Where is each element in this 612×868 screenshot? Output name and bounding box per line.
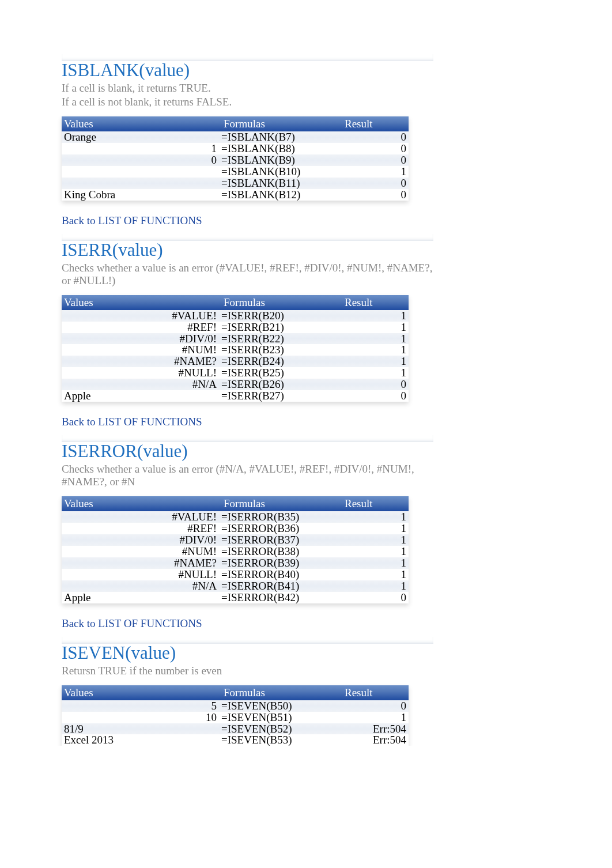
table-row: 0=ISBLANK(B9)0: [62, 154, 409, 166]
cell-formula: =ISEVEN(B51): [219, 712, 341, 723]
cell-formula: =ISERR(B20): [219, 310, 341, 322]
back-to-functions-link[interactable]: Back to LIST OF FUNCTIONS: [62, 214, 433, 227]
cell-result: 1: [341, 356, 409, 367]
cell-result: 1: [341, 523, 409, 534]
cell-value: #VALUE!: [62, 511, 219, 523]
cell-result: 0: [341, 390, 409, 402]
cell-formula: =ISERR(B21): [219, 322, 341, 333]
cell-formula: =ISERR(B25): [219, 367, 341, 379]
cell-value: 1: [62, 143, 219, 154]
table-row: #VALUE!=ISERR(B20)1: [62, 310, 409, 322]
cell-result: Err:504: [341, 734, 409, 746]
cell-value: #DIV/0!: [62, 534, 219, 546]
cell-value: #NULL!: [62, 569, 219, 580]
cell-formula: =ISBLANK(B7): [219, 131, 341, 143]
cell-result: 1: [341, 712, 409, 723]
table-row: #VALUE!=ISERROR(B35)1: [62, 511, 409, 523]
function-description: Checks whether a value is an error (#N/A…: [62, 463, 433, 488]
cell-value: #NUM!: [62, 344, 219, 356]
cell-result: 0: [341, 189, 409, 201]
table-row: #NUM!=ISERROR(B38)1: [62, 546, 409, 557]
table-row: #DIV/0!=ISERR(B22)1: [62, 333, 409, 345]
cell-result: 1: [341, 166, 409, 178]
cell-result: 0: [341, 131, 409, 143]
cell-formula: =ISERROR(B42): [219, 592, 341, 603]
cell-formula: =ISEVEN(B52): [219, 723, 341, 735]
cell-result: 1: [341, 333, 409, 345]
function-section: ISEVEN(value)Retursn TRUE if the number …: [62, 640, 433, 746]
cell-value: 5: [62, 700, 219, 712]
function-description: If a cell is not blank, it returns FALSE…: [62, 96, 433, 108]
column-header-values: Values: [62, 685, 219, 700]
column-header-formulas: Formulas: [219, 496, 341, 511]
function-title: ISBLANK(value): [62, 58, 433, 81]
cell-formula: =ISERROR(B35): [219, 511, 341, 523]
cell-value: 81/9: [62, 723, 219, 735]
column-header-formulas: Formulas: [219, 116, 341, 131]
cell-result: Err:504: [341, 723, 409, 735]
cell-formula: =ISERR(B23): [219, 344, 341, 356]
cell-formula: =ISERROR(B40): [219, 569, 341, 580]
cell-value: #NULL!: [62, 367, 219, 379]
cell-value: [62, 166, 219, 178]
function-description: Checks whether a value is an error (#VAL…: [62, 262, 433, 287]
function-description: Retursn TRUE if the number is even: [62, 665, 433, 677]
cell-formula: =ISBLANK(B12): [219, 189, 341, 201]
cell-value: 0: [62, 154, 219, 166]
function-section: ISERROR(value)Checks whether a value is …: [62, 439, 433, 630]
cell-result: 1: [341, 511, 409, 523]
cell-formula: =ISERR(B27): [219, 390, 341, 402]
table-row: Apple=ISERR(B27)0: [62, 390, 409, 402]
cell-value: 10: [62, 712, 219, 723]
column-header-result: Result: [341, 295, 409, 310]
cell-formula: =ISERROR(B38): [219, 546, 341, 557]
cell-formula: =ISEVEN(B53): [219, 734, 341, 746]
function-table: ValuesFormulasResultOrange=ISBLANK(B7)01…: [62, 116, 409, 201]
table-row: #NAME?=ISERR(B24)1: [62, 356, 409, 367]
cell-formula: =ISBLANK(B8): [219, 143, 341, 154]
table-row: 5=ISEVEN(B50)0: [62, 700, 409, 712]
cell-value: Apple: [62, 390, 219, 402]
cell-result: 1: [341, 344, 409, 356]
cell-formula: =ISBLANK(B9): [219, 154, 341, 166]
cell-value: #REF!: [62, 523, 219, 534]
cell-value: Orange: [62, 131, 219, 143]
function-title: ISERROR(value): [62, 439, 433, 462]
table-row: #N/A=ISERR(B26)0: [62, 379, 409, 390]
column-header-values: Values: [62, 496, 219, 511]
column-header-formulas: Formulas: [219, 685, 341, 700]
cell-value: #DIV/0!: [62, 333, 219, 345]
column-header-result: Result: [341, 116, 409, 131]
back-to-functions-link[interactable]: Back to LIST OF FUNCTIONS: [62, 617, 433, 630]
cell-value: #NUM!: [62, 546, 219, 557]
cell-result: 1: [341, 569, 409, 580]
function-section: ISBLANK(value)If a cell is blank, it ret…: [62, 58, 433, 227]
table-row: 10=ISEVEN(B51)1: [62, 712, 409, 723]
cell-result: 1: [341, 322, 409, 333]
column-header-result: Result: [341, 685, 409, 700]
cell-value: Apple: [62, 592, 219, 603]
table-row: #NULL!=ISERROR(B40)1: [62, 569, 409, 580]
cell-result: 1: [341, 546, 409, 557]
cell-result: 1: [341, 534, 409, 546]
function-table: ValuesFormulasResult#VALUE!=ISERROR(B35)…: [62, 496, 409, 603]
table-row: King Cobra=ISBLANK(B12)0: [62, 189, 409, 201]
table-row: #REF!=ISERR(B21)1: [62, 322, 409, 333]
table-row: Orange=ISBLANK(B7)0: [62, 131, 409, 143]
table-row: #NULL!=ISERR(B25)1: [62, 367, 409, 379]
cell-result: 0: [341, 379, 409, 390]
function-section: ISERR(value)Checks whether a value is an…: [62, 237, 433, 429]
cell-value: [62, 178, 219, 189]
cell-value: #VALUE!: [62, 310, 219, 322]
table-row: #REF!=ISERROR(B36)1: [62, 523, 409, 534]
back-to-functions-link[interactable]: Back to LIST OF FUNCTIONS: [62, 416, 433, 428]
cell-formula: =ISEVEN(B50): [219, 700, 341, 712]
table-row: #DIV/0!=ISERROR(B37)1: [62, 534, 409, 546]
function-title: ISEVEN(value): [62, 640, 433, 663]
table-row: #NUM!=ISERR(B23)1: [62, 344, 409, 356]
table-row: =ISBLANK(B10)1: [62, 166, 409, 178]
cell-formula: =ISBLANK(B11): [219, 178, 341, 189]
cell-formula: =ISBLANK(B10): [219, 166, 341, 178]
cell-formula: =ISERROR(B37): [219, 534, 341, 546]
table-row: 1=ISBLANK(B8)0: [62, 143, 409, 154]
